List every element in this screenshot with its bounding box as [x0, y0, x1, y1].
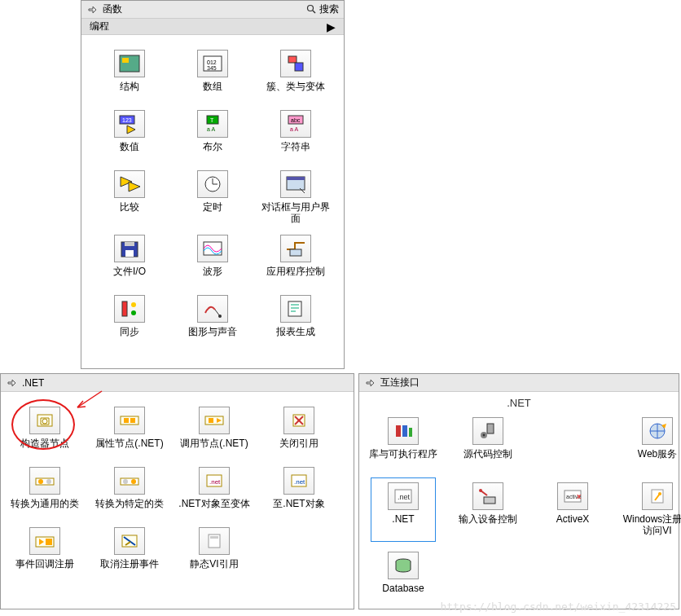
svg-text:abc: abc: [291, 117, 301, 123]
svg-rect-27: [125, 242, 134, 246]
timing-icon: [197, 170, 228, 198]
svg-rect-65: [210, 536, 218, 539]
svg-point-76: [479, 489, 482, 492]
svg-rect-66: [396, 425, 401, 437]
net-item-closeref[interactable]: 关闭引用: [258, 403, 340, 460]
svg-rect-42: [130, 418, 135, 423]
svg-rect-34: [288, 301, 301, 316]
icon-label: 取消注册事件: [100, 558, 159, 570]
search-box[interactable]: 搜索: [306, 2, 339, 16]
icon-label: 静态VI引用: [190, 558, 238, 570]
category-label: 编程: [90, 20, 109, 33]
functions-item-string[interactable]: abca A字符串: [256, 107, 336, 164]
functions-item-numeric[interactable]: 123数值: [90, 107, 169, 164]
svg-point-0: [308, 5, 314, 11]
functions-item-dialog[interactable]: 对话框与用户界面: [256, 167, 336, 228]
icon-label: 结构: [120, 81, 139, 92]
svg-rect-67: [402, 425, 407, 437]
functions-item-report[interactable]: 报表生成: [256, 292, 336, 349]
appcontrol-icon: [280, 235, 311, 262]
functions-item-timing[interactable]: 定时: [173, 167, 253, 228]
palette-body: .NET 库与可执行程序源代码控制Web服务.net.NET输入设备控制acti…: [359, 392, 679, 605]
functions-item-appcontrol[interactable]: 应用程序控制: [256, 231, 336, 288]
interconnect-item-scc[interactable]: 源代码控制: [447, 414, 529, 471]
staticvi-icon: [199, 527, 230, 555]
interconnect-item-database[interactable]: Database: [362, 548, 444, 605]
icon-label: 库与可执行程序: [369, 448, 437, 460]
svg-text:123: 123: [122, 117, 132, 123]
icon-label: 构造器节点: [20, 438, 69, 449]
unreg-icon: [114, 527, 145, 555]
svg-point-51: [46, 479, 51, 484]
interconnect-item-libs[interactable]: 库与可执行程序: [362, 414, 444, 471]
svg-text:012: 012: [207, 59, 217, 65]
scc-icon: [472, 417, 503, 445]
svg-point-50: [38, 479, 43, 484]
functions-item-waveform[interactable]: 波形: [173, 231, 253, 288]
icon-label: 调用节点(.NET): [180, 438, 248, 449]
graphics-icon: [197, 295, 228, 323]
palette-title: .NET: [22, 377, 44, 389]
icon-label: 关闭引用: [279, 438, 319, 449]
icon-label: .NET: [392, 513, 414, 525]
interconnect-item-registry[interactable]: Windows注册表访问VI: [617, 479, 681, 540]
interconnect-palette: 互连接口 .NET 库与可执行程序源代码控制Web服务.net.NET输入设备控…: [358, 373, 679, 609]
propnode-icon: [114, 407, 145, 434]
pin-icon[interactable]: [86, 4, 98, 15]
expand-arrow-icon: ▶: [327, 20, 336, 33]
svg-text:.net: .net: [294, 478, 305, 486]
icon-label: 转换为通用的类: [11, 498, 79, 509]
string-icon: abca A: [280, 110, 311, 138]
svg-text:X: X: [577, 493, 582, 500]
net-item-tonetobj[interactable]: .net至.NET对象: [258, 464, 340, 521]
functions-item-fileio[interactable]: 文件I/O: [90, 231, 169, 288]
net-item-staticvi[interactable]: 静态VI引用: [174, 524, 255, 581]
svg-point-53: [123, 479, 128, 484]
functions-item-sync[interactable]: 同步: [90, 292, 169, 349]
functions-item-compare[interactable]: 比较: [90, 167, 169, 228]
svg-rect-29: [290, 249, 301, 256]
icon-label: Database: [382, 583, 424, 594]
search-icon: [306, 4, 318, 15]
net-item-propnode[interactable]: 属性节点(.NET): [89, 403, 170, 460]
icon-label: 源代码控制: [464, 448, 512, 460]
functions-item-structure[interactable]: 结构: [90, 46, 169, 103]
cluster-icon: [280, 50, 311, 77]
category-header[interactable]: 编程 ▶: [81, 19, 344, 35]
net-palette: .NET 构造器节点属性节点(.NET)调用节点(.NET)关闭引用转换为通用的…: [0, 373, 354, 609]
net-item-invokenode[interactable]: 调用节点(.NET): [174, 403, 255, 460]
icon-label: 数组: [203, 81, 222, 92]
icon-label: 定时: [203, 201, 222, 213]
svg-marker-11: [127, 125, 135, 134]
net-item-togeneric[interactable]: 转换为通用的类: [4, 464, 86, 521]
palette-body: 构造器节点属性节点(.NET)调用节点(.NET)关闭引用转换为通用的类转换为特…: [1, 392, 354, 581]
svg-rect-44: [209, 418, 213, 423]
tonetobj-icon: .net: [283, 467, 314, 495]
functions-item-cluster[interactable]: 簇、类与变体: [256, 46, 336, 103]
net-item-unreg[interactable]: 取消注册事件: [89, 524, 170, 581]
functions-item-array[interactable]: 012345数组: [173, 46, 253, 103]
interconnect-item-web[interactable]: Web服务: [617, 414, 681, 471]
icon-label: 对话框与用户界面: [257, 201, 334, 225]
palette-title: 互连接口: [380, 376, 420, 389]
interconnect-item-input[interactable]: 输入设备控制: [447, 479, 529, 540]
svg-text:.net: .net: [398, 493, 411, 501]
svg-rect-8: [295, 63, 303, 71]
interconnect-item-activex[interactable]: activeXActiveX: [532, 479, 613, 540]
functions-palette: 函数 搜索 编程 ▶ 结构012345数组簇、类与变体123数值Ta A布尔ab…: [81, 0, 345, 369]
functions-item-graphics[interactable]: 图形与声音: [173, 292, 253, 349]
net-item-eventreg[interactable]: 事件回调注册: [4, 524, 86, 581]
pin-icon[interactable]: [364, 377, 376, 389]
svg-rect-24: [287, 177, 305, 180]
net-item-tospecific[interactable]: 转换为特定的类: [89, 464, 170, 521]
palette-body: 结构012345数组簇、类与变体123数值Ta A布尔abca A字符串比较定时…: [81, 35, 344, 354]
pin-icon[interactable]: [6, 377, 17, 389]
net-item-constructor[interactable]: 构造器节点: [4, 403, 86, 460]
interconnect-item-dotnet[interactable]: .net.NET: [362, 479, 444, 540]
icon-label: ActiveX: [556, 513, 590, 525]
tospecific-icon: [114, 467, 145, 495]
functions-item-boolean[interactable]: Ta A布尔: [173, 107, 253, 164]
net-item-tovariant[interactable]: .net.NET对象至变体: [174, 464, 255, 521]
icon-label: 报表生成: [276, 326, 315, 337]
svg-rect-41: [124, 418, 129, 423]
